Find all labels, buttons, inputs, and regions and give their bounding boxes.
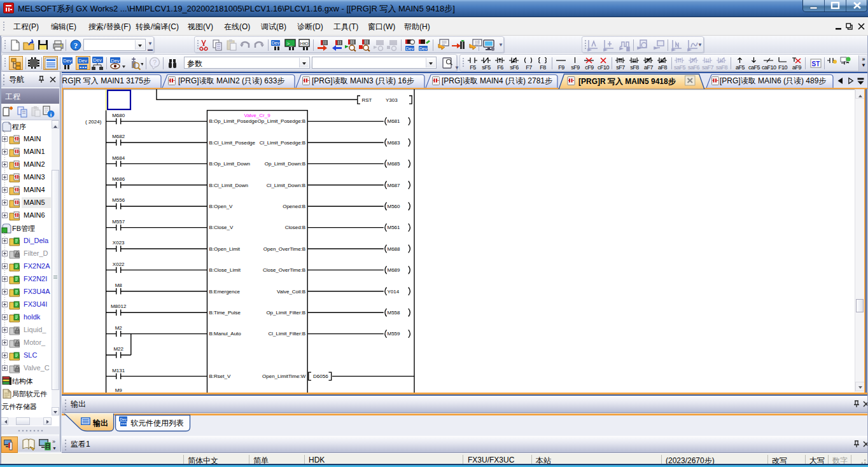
svg-text:Cl_Limit_Down:B: Cl_Limit_Down:B: [267, 183, 305, 188]
svg-text:B:Emergence: B:Emergence: [209, 289, 241, 295]
svg-text:M22: M22: [113, 346, 123, 352]
svg-text:ST: ST: [812, 60, 820, 67]
svg-text:Close_OverTime:B: Close_OverTime:B: [263, 267, 305, 273]
svg-text:M2: M2: [115, 325, 123, 331]
svg-text:Y303: Y303: [386, 97, 398, 103]
svg-text:D6056: D6056: [313, 373, 328, 379]
svg-text:>_: >_: [286, 41, 293, 46]
svg-text:Dev: Dev: [111, 58, 120, 64]
svg-text:Closed:B: Closed:B: [285, 225, 305, 230]
svg-text:B:Manul_Auto: B:Manul_Auto: [209, 331, 242, 337]
svg-text:M684: M684: [112, 155, 125, 161]
svg-text:Op_Limit_Down:B: Op_Limit_Down:B: [265, 161, 305, 167]
svg-text:Y014: Y014: [388, 289, 400, 295]
svg-text:RG]R 写入 MAIN1 3175步: RG]R 写入 MAIN1 3175步: [62, 76, 151, 85]
svg-text:M560: M560: [388, 204, 401, 209]
svg-text:M686: M686: [112, 176, 125, 182]
svg-text:Dev: Dev: [63, 58, 72, 64]
svg-text:?: ?: [153, 59, 157, 66]
svg-text:Open_OverTime:B: Open_OverTime:B: [263, 246, 305, 252]
svg-text:M685: M685: [388, 161, 401, 167]
svg-text:软元件使用列表: 软元件使用列表: [130, 419, 184, 428]
svg-text:M561: M561: [388, 225, 401, 230]
svg-text:[PRG]读取 MAIN6 (只读) 489步: [PRG]读取 MAIN6 (只读) 489步: [720, 76, 826, 85]
svg-text:M683: M683: [388, 140, 401, 146]
svg-text:M558: M558: [388, 310, 401, 316]
svg-text:M688: M688: [388, 246, 401, 252]
svg-text:M681: M681: [388, 118, 401, 124]
svg-text:Dev: Dev: [406, 46, 414, 51]
svg-text:Dev: Dev: [419, 46, 428, 51]
svg-text:[PRG]读取 MAIN3 (只读) 16步: [PRG]读取 MAIN3 (只读) 16步: [312, 76, 414, 85]
svg-text:M689: M689: [388, 267, 401, 273]
svg-text:X023: X023: [113, 240, 125, 246]
svg-text:M687: M687: [388, 183, 401, 188]
svg-text:Opened:B: Opened:B: [283, 204, 305, 209]
svg-text:M8012: M8012: [111, 303, 127, 309]
svg-text:B:Close_Limit: B:Close_Limit: [209, 267, 241, 273]
svg-text:Dev: Dev: [120, 417, 127, 421]
svg-text:[PRG]读取 MAIN2 (只读) 633步: [PRG]读取 MAIN2 (只读) 633步: [178, 76, 284, 85]
svg-text:M682: M682: [112, 134, 125, 139]
svg-text:B:Close_V: B:Close_V: [209, 225, 234, 230]
svg-text:X022: X022: [113, 261, 125, 267]
svg-text:?: ?: [74, 41, 78, 50]
svg-text:Op_Limit_Filter:B: Op_Limit_Filter:B: [266, 310, 305, 316]
svg-text:RST: RST: [362, 97, 372, 103]
svg-text:M680: M680: [112, 113, 125, 118]
svg-text:B:Time_Pulse: B:Time_Pulse: [209, 310, 241, 316]
svg-text:Dev: Dev: [78, 58, 87, 64]
svg-text:Cl_Limit_Posedge:B: Cl_Limit_Posedge:B: [260, 140, 305, 146]
svg-text:Open_LimitTime:W: Open_LimitTime:W: [262, 373, 306, 379]
svg-text:B:Open_V: B:Open_V: [209, 204, 234, 209]
svg-text:Op_Limit_Posedge:B: Op_Limit_Posedge:B: [258, 118, 306, 124]
svg-text:B:Cl_Limit_Posedge: B:Cl_Limit_Posedge: [209, 140, 256, 146]
svg-text:[PRG]R 写入 MAIN5 9418步: [PRG]R 写入 MAIN5 9418步: [578, 77, 676, 86]
svg-text:B:Open_Limit: B:Open_Limit: [209, 246, 241, 252]
svg-text:Valve_Cr_9: Valve_Cr_9: [244, 113, 270, 118]
svg-text:M557: M557: [112, 219, 125, 225]
svg-text:M8: M8: [115, 282, 123, 288]
svg-text:B:Cl_Limit_Down: B:Cl_Limit_Down: [209, 183, 248, 188]
svg-text:M559: M559: [388, 331, 401, 337]
svg-text:M131: M131: [112, 368, 125, 373]
svg-text:( 2024): ( 2024): [85, 119, 102, 125]
svg-text:Valve_Coil:B: Valve_Coil:B: [277, 289, 305, 295]
svg-text:HЮ: HЮ: [300, 41, 309, 46]
svg-text:[PRG]读取 MAIN4 (只读) 2781步: [PRG]读取 MAIN4 (只读) 2781步: [442, 76, 552, 85]
svg-text:Cl_Limit_Filter:B: Cl_Limit_Filter:B: [269, 331, 306, 337]
svg-text:输出: 输出: [92, 419, 108, 428]
svg-text:B:Op_Limit_Down: B:Op_Limit_Down: [209, 161, 250, 167]
svg-text:Dev: Dev: [272, 41, 280, 45]
svg-text:B:Rset_V: B:Rset_V: [209, 373, 231, 379]
svg-text:M556: M556: [112, 197, 125, 203]
svg-text:B:Op_Limit_Posedge: B:Op_Limit_Posedge: [209, 118, 258, 124]
svg-text:Dev: Dev: [93, 57, 102, 63]
